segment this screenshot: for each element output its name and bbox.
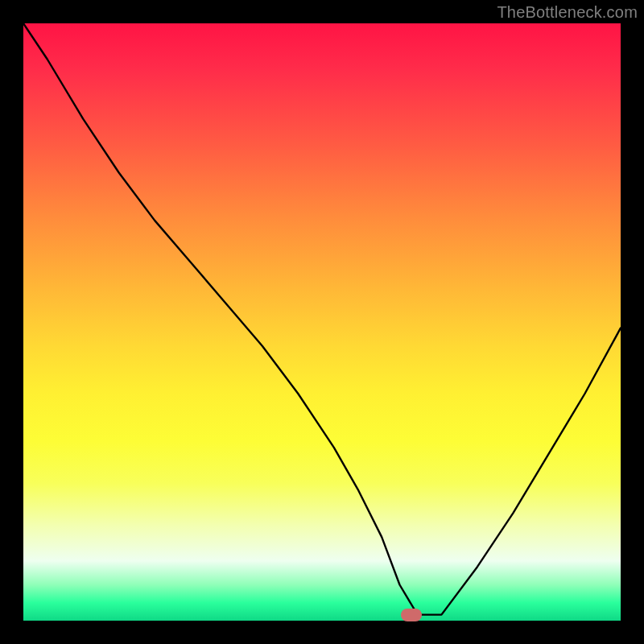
watermark-text: TheBottleneck.com (497, 3, 638, 22)
chart-frame: TheBottleneck.com (0, 0, 644, 644)
bottleneck-curve (23, 23, 621, 621)
plot-area (23, 23, 621, 621)
optimal-point-marker (401, 609, 422, 621)
